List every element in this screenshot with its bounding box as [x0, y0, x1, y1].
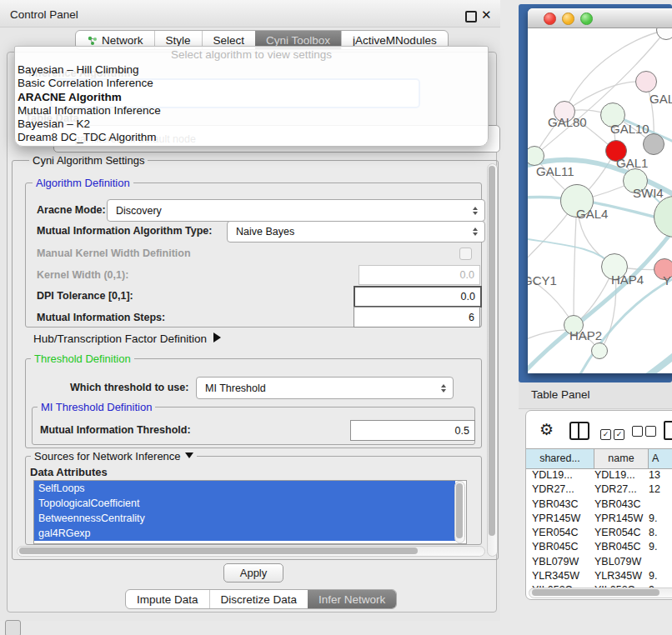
- node-label: GAL4: [576, 207, 608, 221]
- table-cell: 9.: [649, 512, 672, 526]
- table-cell: 9.: [649, 569, 672, 583]
- algorithm-option[interactable]: Dream8 DC_TDC Algorithm: [15, 131, 488, 144]
- tab-label: Select: [213, 34, 245, 47]
- aracne-mode-combobox[interactable]: Discovery: [107, 199, 485, 222]
- table-panel-bar: Table Panel: [519, 382, 672, 409]
- column-header[interactable]: A: [649, 449, 672, 468]
- kernel-width-label: Kernel Width (0,1):: [37, 269, 128, 281]
- data-attributes-label: Data Attributes: [30, 466, 108, 478]
- manual-kernel-checkbox[interactable]: [459, 248, 472, 260]
- collapsed-panel-icon[interactable]: [5, 620, 21, 635]
- tab-discretize-data[interactable]: Discretize Data: [209, 590, 308, 608]
- network-node[interactable]: [643, 133, 664, 155]
- export-table-icon[interactable]: [664, 421, 672, 440]
- table-row[interactable]: YBR043CYBR043C: [526, 498, 672, 512]
- screenshot-root: { "control_panel": { "title": "Control P…: [0, 0, 672, 635]
- network-icon: [87, 35, 98, 46]
- attribute-list-item[interactable]: TopologicalCoefficient: [34, 496, 455, 511]
- tab-label: Impute Data: [137, 593, 198, 606]
- tab-label: Network: [102, 34, 143, 47]
- hub-section-label: Hub/Transcription Factor Definition: [33, 332, 207, 345]
- table-row[interactable]: YLR345WYLR345W9.: [526, 569, 672, 583]
- algorithm-option[interactable]: ARACNE Algorithm: [15, 91, 488, 104]
- float-window-icon[interactable]: [465, 11, 477, 22]
- settings-group-title: Cyni Algorithm Settings: [29, 154, 148, 167]
- table-row[interactable]: YER054CYER054C8.: [526, 526, 672, 540]
- network-canvas[interactable]: GALGAL80GAL10GAL1GAL11SWI4GAL4GCY1HAP4YH…: [528, 28, 672, 373]
- algorithm-option[interactable]: Bayesian – Hill Climbing: [15, 63, 488, 77]
- table-row[interactable]: YDL19...YDL19...13: [526, 468, 672, 482]
- settings-hscrollbar[interactable]: [17, 546, 485, 557]
- algorithm-option[interactable]: Mutual Information Inference: [15, 104, 488, 118]
- network-window-titlebar[interactable]: [528, 8, 672, 28]
- close-traffic-light-icon[interactable]: [544, 12, 556, 25]
- bottom-tabs: Impute DataDiscretize DataInfer Network: [125, 589, 397, 609]
- table-cell: YBL079W: [594, 555, 649, 569]
- network-node[interactable]: [591, 342, 608, 359]
- column-header[interactable]: name: [594, 449, 649, 468]
- tab-label: Infer Network: [318, 593, 385, 606]
- node-label: GAL80: [548, 115, 587, 129]
- table-row[interactable]: YPR145WYPR145W9.: [526, 512, 672, 526]
- spinner-icon: [469, 207, 482, 215]
- attributes-scrollbar[interactable]: [454, 481, 465, 543]
- table-cell: 12: [649, 482, 672, 497]
- gear-icon[interactable]: ⚙: [539, 422, 554, 438]
- mi-type-label: Mutual Information Algorithm Type:: [37, 225, 212, 237]
- tab-label: Discretize Data: [221, 593, 298, 606]
- control-panel-title: Control Panel: [10, 8, 78, 21]
- table-cell: YDR27...: [526, 482, 594, 497]
- which-threshold-combobox[interactable]: MI Threshold: [196, 377, 454, 399]
- kernel-width-field[interactable]: 0.0: [359, 265, 480, 285]
- hub-section-toggle[interactable]: Hub/Transcription Factor Definition: [33, 332, 221, 345]
- spinner-icon: [469, 228, 482, 236]
- attribute-list-item[interactable]: BetweennessCentrality: [34, 511, 455, 526]
- apply-button[interactable]: Apply: [223, 563, 283, 582]
- table-row[interactable]: YBL079WYBL079W: [526, 555, 672, 569]
- node-label: GAL10: [610, 122, 649, 136]
- mi-type-combobox[interactable]: Naive Bayes: [227, 221, 485, 242]
- close-window-icon[interactable]: ✕: [481, 8, 492, 22]
- tab-label: Style: [166, 34, 191, 47]
- attribute-list-item[interactable]: SelfLoops: [34, 481, 455, 496]
- network-window: GALGAL80GAL10GAL1GAL11SWI4GAL4GCY1HAP4YH…: [528, 8, 672, 373]
- table-row[interactable]: YBR045CYBR045C9.: [526, 540, 672, 554]
- table-cell: 8.: [649, 526, 672, 540]
- aracne-mode-label: Aracne Mode:: [37, 204, 106, 216]
- mi-threshold-label: Mutual Information Threshold:: [40, 424, 191, 436]
- tab-impute-data[interactable]: Impute Data: [126, 590, 209, 608]
- node-label: GCY1: [528, 273, 557, 288]
- table-hscrollbar[interactable]: [529, 588, 672, 598]
- which-threshold-value: MI Threshold: [205, 382, 266, 394]
- algorithm-option[interactable]: Bayesian – K2: [15, 118, 488, 131]
- mi-steps-label: Mutual Information Steps:: [37, 312, 165, 323]
- control-panel-titlebar: Control Panel ✕: [0, 0, 500, 28]
- table-cell: YER054C: [594, 526, 649, 540]
- mi-steps-field[interactable]: 6: [354, 307, 480, 328]
- column-header[interactable]: shared...: [526, 449, 594, 468]
- select-all-columns-icon[interactable]: ✓✓: [600, 425, 627, 440]
- settings-scrollbar[interactable]: [487, 163, 498, 557]
- attribute-list-item[interactable]: gal4RGexp: [34, 526, 455, 541]
- data-attributes-list: SelfLoopsTopologicalCoefficientBetweenne…: [33, 480, 467, 544]
- zoom-traffic-light-icon[interactable]: [580, 12, 593, 25]
- table-panel-title: Table Panel: [531, 388, 590, 401]
- mi-threshold-field[interactable]: 0.5: [350, 420, 475, 441]
- deselect-all-columns-icon[interactable]: [632, 425, 659, 440]
- node-label: HAP2: [569, 328, 602, 342]
- which-threshold-label: Which threshold to use:: [70, 382, 188, 393]
- spinner-icon: [437, 384, 450, 392]
- split-columns-icon[interactable]: [569, 422, 589, 440]
- table-body: YDL19...YDL19...13YDR27...YDR27...12YBR0…: [526, 468, 672, 592]
- network-node[interactable]: [635, 71, 657, 92]
- threshold-definition-title: Threshold Definition: [31, 352, 134, 365]
- node-label: Y: [663, 273, 671, 288]
- manual-kernel-label: Manual Kernel Width Definition: [37, 248, 191, 259]
- table-cell: YDL19...: [526, 468, 594, 482]
- minimize-traffic-light-icon[interactable]: [562, 12, 574, 25]
- dpi-tolerance-field[interactable]: 0.0: [354, 286, 482, 308]
- tab-infer-network[interactable]: Infer Network: [308, 590, 396, 608]
- table-row[interactable]: YDR27...YDR27...12: [526, 482, 672, 497]
- algorithm-option[interactable]: Basic Correlation Inference: [15, 77, 488, 90]
- node-label: SWI4: [633, 186, 664, 200]
